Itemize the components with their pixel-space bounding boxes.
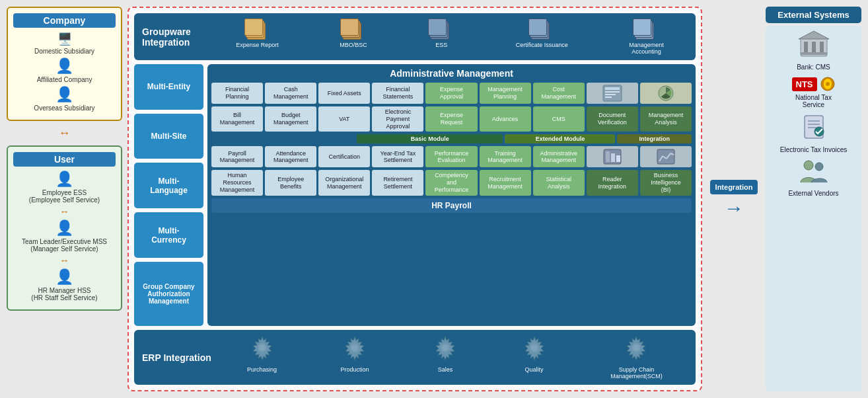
organizational-management: OrganizationalManagement	[318, 170, 370, 195]
ext-bank-cms: Bank: CMS	[768, 30, 859, 71]
expense-report-icon	[244, 19, 271, 40]
multi-entity-btn[interactable]: Multi-Entity	[134, 64, 203, 110]
business-intelligence: BusinessIntelligence(BI)	[640, 170, 692, 195]
electronic-payment: ElectronicPaymentApproval	[372, 106, 423, 132]
nts-logo: NTS	[792, 76, 836, 92]
person-icon-overseas: 👤	[55, 86, 73, 103]
groupware-expense-report: Expense Report	[236, 19, 279, 55]
erp-production: Production	[341, 335, 369, 379]
certificate-icon	[528, 19, 555, 40]
svg-point-34	[815, 163, 823, 171]
statistical-analysis: StatisticalAnalysis	[533, 170, 585, 195]
expense-request: ExpenseRequest	[425, 106, 477, 132]
extended-module-label: Extended Module	[505, 134, 615, 143]
svg-rect-24	[820, 42, 824, 52]
financial-planning: FinancialPlanning	[211, 83, 263, 104]
erp-section: ERP Integration Purchasing Production	[134, 330, 696, 385]
mss-label: Team Leader/Executive MSS(Manager Self S…	[22, 238, 107, 253]
svg-rect-2	[605, 91, 620, 93]
svg-rect-7	[606, 151, 610, 162]
nts-badge: NTS	[792, 77, 817, 91]
ess-label: Employee ESS(Employee Self Service)	[29, 189, 100, 204]
user-box: User 👤 Employee ESS(Employee Self Servic…	[7, 145, 122, 311]
management-analysis: ManagementAnalysis	[640, 106, 692, 132]
left-panel: Company 🖥️ Domestic Subsidiary 👤 Affilia…	[7, 7, 122, 391]
scm-label: Supply ChainManagement(SCM)	[610, 366, 663, 379]
cms: CMS	[533, 106, 585, 132]
groupware-ess: ESS	[428, 19, 454, 55]
center-panel: GroupwareIntegration Expense Report	[127, 7, 702, 391]
mbo-label: MBO/BSC	[340, 42, 367, 48]
financial-statements: FinancialStatements	[372, 83, 423, 104]
hr-img-2	[640, 146, 692, 167]
svg-rect-8	[611, 153, 615, 162]
vendors-label: External Vendors	[788, 190, 838, 197]
hr-payroll-label: HR Payroll	[211, 198, 692, 213]
bank-cms-label: Bank: CMS	[797, 63, 830, 71]
training-management: TrainingManagement	[480, 146, 531, 167]
module-spacer	[211, 134, 355, 143]
multi-language-btn[interactable]: Multi-Language	[134, 163, 203, 208]
groupware-section: GroupwareIntegration Expense Report	[134, 13, 696, 60]
bill-management: BillManagement	[211, 106, 263, 132]
purchasing-label: Purchasing	[247, 366, 277, 373]
svg-marker-21	[799, 31, 829, 39]
basic-module-label: Basic Module	[357, 134, 503, 143]
nts-label: National TaxService	[795, 94, 832, 108]
hss-label: HR Manager HSS(HR Staff Self Service)	[31, 287, 97, 301]
ext-nts: NTS National TaxService	[768, 76, 859, 108]
production-label: Production	[341, 366, 369, 373]
svg-rect-1	[605, 87, 620, 90]
electronic-tax-label: Electronic Tax Invoices	[780, 146, 848, 153]
arrow-right-icon: ↔	[59, 126, 71, 140]
groupware-management-accounting: ManagementAccounting	[629, 19, 664, 55]
overseas-subsidiary: 👤 Overseas Subsidiary	[13, 86, 116, 112]
person-icon-ess: 👤	[55, 171, 73, 188]
group-company-btn[interactable]: Group Company Authorization Management	[134, 262, 203, 326]
company-box: Company 🖥️ Domestic Subsidiary 👤 Affilia…	[7, 7, 122, 121]
gear-icon-scm	[624, 335, 649, 365]
cash-management: CashManagement	[265, 83, 316, 104]
erp-quality: Quality	[522, 335, 547, 379]
electronic-tax-icon	[801, 114, 827, 145]
integration-arrow-icon: →	[724, 198, 744, 218]
hr-row-2: HumanResourcesManagement EmployeeBenefit…	[211, 170, 692, 195]
expense-approval: ExpenseApproval	[425, 83, 477, 104]
groupware-mbo: MBO/BSC	[340, 19, 367, 55]
ess-label: ESS	[435, 42, 447, 48]
arrow-icon-1: ↔	[60, 206, 69, 217]
multi-site-btn[interactable]: Multi-Site	[134, 114, 203, 159]
hr-manager-hss: 👤 HR Manager HSS(HR Staff Self Service)	[13, 268, 116, 301]
affiliated-company: 👤 Affiliated Company	[13, 58, 116, 83]
groupware-certificate: Certificate Issuance	[516, 19, 568, 55]
external-items: Bank: CMS NTS National TaxService	[766, 26, 861, 391]
svg-rect-10	[657, 149, 674, 164]
attendance-management: AttendanceManagement	[265, 146, 316, 167]
vendors-icon	[799, 159, 828, 188]
external-systems-title: External Systems	[766, 7, 861, 23]
hr-img-1	[587, 146, 638, 167]
admin-finance-row-1: FinancialPlanning CashManagement Fixed A…	[211, 83, 692, 104]
ext-electronic-tax: Electronic Tax Invoices	[768, 114, 859, 153]
main-container: Company 🖥️ Domestic Subsidiary 👤 Affilia…	[0, 0, 868, 398]
integration-col-label: Integration	[617, 134, 692, 143]
ext-vendors: External Vendors	[768, 159, 859, 197]
svg-rect-23	[812, 42, 816, 52]
groupware-title: GroupwareIntegration	[142, 26, 201, 48]
svg-rect-3	[605, 94, 616, 95]
recruitment-management: RecruitmentManagement	[480, 170, 531, 195]
user-arrow-1: ↔	[13, 206, 116, 217]
img-cell-1	[587, 83, 638, 104]
expense-report-label: Expense Report	[236, 42, 279, 48]
bank-icon	[797, 30, 830, 62]
gear-icon-purchasing	[250, 335, 275, 365]
multi-currency-btn[interactable]: Multi-Currency	[134, 212, 203, 258]
svg-point-27	[826, 82, 830, 86]
person-icon-hss: 👤	[55, 268, 73, 286]
user-arrow-2: ↔	[13, 255, 116, 266]
mgmt-accounting-label: ManagementAccounting	[629, 42, 664, 55]
employee-ess: 👤 Employee ESS(Employee Self Service)	[13, 171, 116, 204]
document-verification: DocumentVerification	[587, 106, 638, 132]
person-icon-affiliated: 👤	[55, 58, 73, 75]
advances: Advances	[480, 106, 531, 132]
